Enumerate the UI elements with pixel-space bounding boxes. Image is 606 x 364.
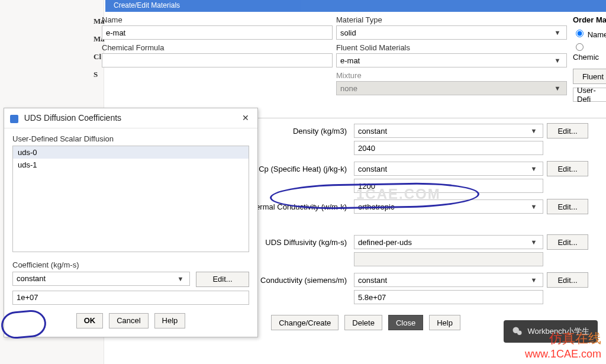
background-watermark: 1CAE.COM — [356, 186, 441, 202]
electrical-method-select[interactable]: constant▼ — [354, 273, 543, 287]
chevron-down-icon: ▼ — [552, 85, 563, 92]
formula-field-group: Chemical Formula — [102, 43, 333, 67]
close-button[interactable]: Close — [388, 315, 423, 330]
chevron-down-icon: ▼ — [552, 29, 563, 36]
dialog-button-row: OK Cancel Help — [12, 313, 249, 328]
density-value-input[interactable] — [354, 141, 543, 155]
mixture-label: Mixture — [336, 71, 567, 80]
fsm-select[interactable]: e-mat ▼ — [336, 53, 567, 67]
dialog-help-button[interactable]: Help — [154, 313, 186, 328]
coefficient-value-input[interactable] — [12, 291, 249, 305]
density-method-select[interactable]: constant▼ — [354, 124, 543, 138]
dialog-title: UDS Diffusion Coefficients — [24, 113, 121, 123]
uds-list[interactable]: uds-0 uds-1 — [12, 146, 249, 252]
fluent-db-button[interactable]: Fluent — [573, 69, 606, 84]
mixture-select: none ▼ — [336, 81, 567, 95]
cancel-button[interactable]: Cancel — [109, 313, 148, 328]
app-icon — [10, 115, 18, 123]
dialog-titlebar: UDS Diffusion Coefficients ✕ — [4, 108, 257, 128]
window-title: Create/Edit Materials — [105, 1, 180, 9]
change-create-button[interactable]: Change/Create — [271, 315, 339, 330]
svg-point-1 — [517, 331, 522, 336]
uds-scalar-label: User-Defined Scalar Diffusion — [12, 134, 249, 143]
order-radio-group: Name Chemic — [573, 28, 606, 62]
name-field-group: Name — [102, 15, 333, 40]
electrical-edit-button[interactable]: Edit... — [547, 272, 588, 288]
watermark-cn: 仿真在线 — [549, 330, 601, 347]
delete-button[interactable]: Delete — [344, 315, 382, 330]
watermark-url: www.1CAE.com — [525, 348, 601, 360]
density-edit-button[interactable]: Edit... — [547, 123, 588, 138]
chevron-down-icon: ▼ — [528, 127, 539, 134]
uds-edit-button[interactable]: Edit... — [547, 234, 588, 250]
electrical-value-input[interactable] — [354, 290, 543, 304]
mixture-group: Mixture none ▼ — [336, 71, 567, 95]
cp-method-select[interactable]: constant▼ — [354, 162, 543, 176]
fsm-group: Fluent Solid Materials e-mat ▼ — [336, 43, 567, 67]
formula-input[interactable] — [102, 53, 333, 67]
main-panel: Ma Ma Cl S Create/Edit Materials Name Ch… — [0, 0, 606, 364]
user-defined-select[interactable]: User-Defi — [573, 88, 606, 102]
uds-diffusion-dialog: UDS Diffusion Coefficients ✕ User-Define… — [4, 108, 258, 337]
material-type-select[interactable]: solid ▼ — [336, 25, 567, 40]
formula-label: Chemical Formula — [102, 43, 333, 52]
name-label: Name — [102, 15, 333, 24]
title-bar: Create/Edit Materials — [105, 0, 606, 12]
help-button[interactable]: Help — [429, 315, 460, 330]
list-item[interactable]: uds-1 — [13, 159, 249, 171]
chevron-down-icon: ▼ — [175, 275, 186, 282]
chevron-down-icon: ▼ — [528, 203, 539, 210]
chevron-down-icon: ▼ — [552, 57, 563, 64]
list-item[interactable]: uds-0 — [13, 146, 249, 159]
chevron-down-icon: ▼ — [528, 239, 539, 246]
close-icon[interactable]: ✕ — [240, 113, 252, 123]
coefficient-method-select[interactable]: constant▼ — [12, 272, 190, 286]
material-type-label: Material Type — [336, 15, 567, 24]
coefficient-label: Coefficient (kg/m-s) — [12, 260, 79, 269]
wechat-icon — [512, 326, 523, 337]
cp-edit-button[interactable]: Edit... — [547, 161, 588, 176]
order-heading: Order Mat — [573, 15, 606, 24]
fsm-label: Fluent Solid Materials — [336, 43, 567, 52]
name-input[interactable] — [102, 25, 333, 40]
thermal-edit-button[interactable]: Edit... — [547, 199, 588, 214]
uds-value-input — [354, 252, 543, 266]
order-radio-chemical[interactable]: Chemic — [573, 41, 606, 62]
ok-button[interactable]: OK — [76, 313, 104, 328]
chevron-down-icon: ▼ — [528, 165, 539, 172]
order-radio-name[interactable]: Name — [573, 28, 606, 39]
coefficient-edit-button[interactable]: Edit... — [196, 272, 249, 287]
material-type-group: Material Type solid ▼ — [336, 15, 567, 40]
chevron-down-icon: ▼ — [528, 276, 539, 284]
uds-method-select[interactable]: defined-per-uds▼ — [354, 235, 543, 249]
